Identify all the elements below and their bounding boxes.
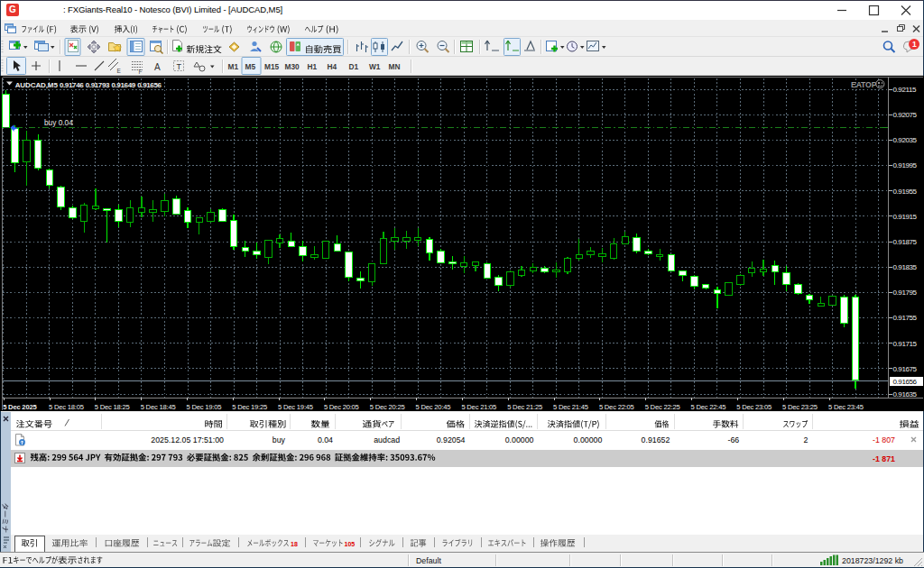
svg-text:5 Dec 18:25: 5 Dec 18:25 — [95, 403, 130, 411]
svg-text:0.91793: 0.91793 — [86, 81, 110, 89]
svg-text:A: A — [154, 62, 161, 72]
svg-text:0.91656: 0.91656 — [893, 378, 918, 386]
svg-text:5 Dec 22:25: 5 Dec 22:25 — [645, 403, 680, 411]
svg-text:F: F — [139, 69, 143, 75]
svg-text:M30: M30 — [285, 62, 300, 71]
svg-text:M5: M5 — [245, 62, 256, 71]
svg-text:W1: W1 — [369, 62, 381, 71]
svg-text:5 Dec 18:05: 5 Dec 18:05 — [49, 403, 84, 411]
svg-text:H4: H4 — [328, 62, 337, 71]
svg-text:M15: M15 — [264, 62, 280, 71]
svg-text:0.91715: 0.91715 — [893, 340, 918, 348]
svg-text:0.91675: 0.91675 — [893, 365, 918, 373]
svg-text:T: T — [177, 62, 182, 71]
svg-text:5 Dec 2025: 5 Dec 2025 — [3, 403, 37, 411]
svg-text:0.91915: 0.91915 — [893, 213, 918, 221]
svg-text:5 Dec 20:45: 5 Dec 20:45 — [416, 403, 451, 411]
svg-text:0.91746: 0.91746 — [60, 81, 84, 89]
svg-text:5 Dec 19:45: 5 Dec 19:45 — [278, 403, 313, 411]
svg-text:5 Dec 20:25: 5 Dec 20:25 — [370, 403, 405, 411]
svg-text:5 Dec 21:05: 5 Dec 21:05 — [461, 403, 496, 411]
svg-text:5 Dec 19:25: 5 Dec 19:25 — [232, 403, 267, 411]
svg-text:M1: M1 — [228, 62, 239, 71]
svg-text:5 Dec 23:05: 5 Dec 23:05 — [736, 403, 772, 411]
svg-text:0.91955: 0.91955 — [893, 188, 918, 196]
svg-text:5 Dec 22:45: 5 Dec 22:45 — [691, 403, 726, 411]
svg-text:5 Dec 23:25: 5 Dec 23:25 — [782, 403, 818, 411]
svg-text:0.92075: 0.92075 — [893, 111, 918, 119]
svg-text:5 Dec 23:45: 5 Dec 23:45 — [828, 403, 864, 411]
svg-text:0.91635: 0.91635 — [893, 390, 918, 399]
svg-text:5 Dec 19:05: 5 Dec 19:05 — [187, 403, 222, 411]
svg-text:0.91755: 0.91755 — [893, 314, 918, 322]
svg-text:5 Dec 20:05: 5 Dec 20:05 — [324, 403, 359, 411]
svg-text:5 Dec 21:25: 5 Dec 21:25 — [507, 403, 542, 411]
svg-text:0.91995: 0.91995 — [893, 161, 918, 169]
svg-text:H1: H1 — [308, 62, 318, 71]
svg-text:0.91795: 0.91795 — [893, 289, 918, 297]
svg-text:0.92035: 0.92035 — [893, 136, 918, 144]
svg-text:5 Dec 21:45: 5 Dec 21:45 — [553, 403, 588, 411]
svg-text:1: 1 — [912, 40, 917, 49]
svg-text:E: E — [117, 68, 122, 74]
svg-text:0.91656: 0.91656 — [137, 81, 162, 89]
svg-text:0.91875: 0.91875 — [893, 238, 918, 246]
svg-text:D1: D1 — [349, 62, 359, 71]
svg-text:AUDCAD,M5: AUDCAD,M5 — [15, 81, 59, 89]
svg-text:0.91649: 0.91649 — [111, 81, 135, 89]
svg-text:EATOP: EATOP — [851, 80, 877, 89]
svg-text:0.92115: 0.92115 — [893, 86, 917, 94]
svg-text:5 Dec 18:45: 5 Dec 18:45 — [141, 403, 176, 411]
svg-text:MN: MN — [389, 62, 401, 71]
svg-text:0.91835: 0.91835 — [893, 263, 918, 271]
svg-text:5 Dec 22:05: 5 Dec 22:05 — [599, 403, 634, 411]
